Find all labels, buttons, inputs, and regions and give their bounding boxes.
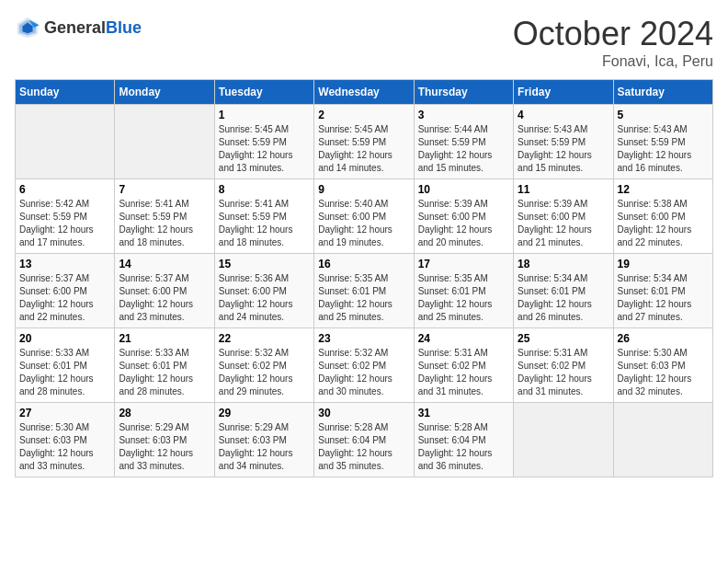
table-row: 29Sunrise: 5:29 AMSunset: 6:03 PMDayligh… <box>214 403 313 477</box>
day-info: Sunrise: 5:31 AMSunset: 6:02 PMDaylight:… <box>418 347 509 398</box>
day-info: Sunrise: 5:43 AMSunset: 5:59 PMDaylight:… <box>618 123 709 175</box>
day-info: Sunrise: 5:28 AMSunset: 6:04 PMDaylight:… <box>318 421 409 473</box>
day-number: 5 <box>618 109 709 121</box>
month-title: October 2024 <box>513 15 713 53</box>
table-row: 2Sunrise: 5:45 AMSunset: 5:59 PMDaylight… <box>314 105 414 179</box>
day-info: Sunrise: 5:35 AMSunset: 6:01 PMDaylight:… <box>318 272 409 324</box>
table-row <box>16 105 115 179</box>
table-row: 18Sunrise: 5:34 AMSunset: 6:01 PMDayligh… <box>514 254 613 328</box>
calendar-header-row: Sunday Monday Tuesday Wednesday Thursday… <box>16 80 713 105</box>
table-row: 25Sunrise: 5:31 AMSunset: 6:02 PMDayligh… <box>514 328 613 403</box>
day-info: Sunrise: 5:28 AMSunset: 6:04 PMDaylight:… <box>418 421 509 473</box>
day-info: Sunrise: 5:36 AMSunset: 6:00 PMDaylight:… <box>219 272 310 324</box>
day-number: 14 <box>119 258 210 270</box>
table-row: 12Sunrise: 5:38 AMSunset: 6:00 PMDayligh… <box>613 179 712 254</box>
calendar-week-row: 20Sunrise: 5:33 AMSunset: 6:01 PMDayligh… <box>16 328 713 403</box>
day-number: 16 <box>318 258 409 270</box>
day-info: Sunrise: 5:45 AMSunset: 5:59 PMDaylight:… <box>318 123 409 175</box>
day-number: 4 <box>518 109 609 121</box>
day-info: Sunrise: 5:38 AMSunset: 6:00 PMDaylight:… <box>618 198 709 249</box>
day-number: 23 <box>318 332 409 345</box>
location-subtitle: Fonavi, Ica, Peru <box>513 53 713 70</box>
table-row: 27Sunrise: 5:30 AMSunset: 6:03 PMDayligh… <box>16 403 115 477</box>
table-row: 31Sunrise: 5:28 AMSunset: 6:04 PMDayligh… <box>414 403 513 477</box>
table-row <box>115 105 214 179</box>
table-row: 9Sunrise: 5:40 AMSunset: 6:00 PMDaylight… <box>314 179 414 254</box>
header-friday: Friday <box>514 80 613 105</box>
day-info: Sunrise: 5:32 AMSunset: 6:02 PMDaylight:… <box>318 347 409 398</box>
table-row: 24Sunrise: 5:31 AMSunset: 6:02 PMDayligh… <box>414 328 513 403</box>
table-row: 10Sunrise: 5:39 AMSunset: 6:00 PMDayligh… <box>414 179 513 254</box>
calendar-week-row: 27Sunrise: 5:30 AMSunset: 6:03 PMDayligh… <box>16 403 713 477</box>
table-row: 26Sunrise: 5:30 AMSunset: 6:03 PMDayligh… <box>613 328 712 403</box>
day-info: Sunrise: 5:45 AMSunset: 5:59 PMDaylight:… <box>219 123 310 175</box>
header-saturday: Saturday <box>613 80 712 105</box>
day-number: 2 <box>318 109 409 121</box>
table-row: 28Sunrise: 5:29 AMSunset: 6:03 PMDayligh… <box>115 403 214 477</box>
day-info: Sunrise: 5:34 AMSunset: 6:01 PMDaylight:… <box>518 272 609 324</box>
logo-blue: Blue <box>106 18 142 38</box>
day-number: 18 <box>518 258 609 270</box>
table-row: 16Sunrise: 5:35 AMSunset: 6:01 PMDayligh… <box>314 254 414 328</box>
day-info: Sunrise: 5:34 AMSunset: 6:01 PMDaylight:… <box>618 272 709 324</box>
table-row: 8Sunrise: 5:41 AMSunset: 5:59 PMDaylight… <box>214 179 313 254</box>
day-info: Sunrise: 5:43 AMSunset: 5:59 PMDaylight:… <box>518 123 609 175</box>
table-row: 7Sunrise: 5:41 AMSunset: 5:59 PMDaylight… <box>115 179 214 254</box>
day-number: 13 <box>19 258 110 270</box>
day-number: 3 <box>418 109 509 121</box>
header-tuesday: Tuesday <box>214 80 313 105</box>
day-number: 20 <box>19 332 110 345</box>
page-header: General Blue October 2024 Fonavi, Ica, P… <box>15 15 713 70</box>
table-row: 13Sunrise: 5:37 AMSunset: 6:00 PMDayligh… <box>16 254 115 328</box>
day-info: Sunrise: 5:40 AMSunset: 6:00 PMDaylight:… <box>318 198 409 249</box>
day-info: Sunrise: 5:37 AMSunset: 6:00 PMDaylight:… <box>19 272 110 324</box>
calendar-week-row: 1Sunrise: 5:45 AMSunset: 5:59 PMDaylight… <box>16 105 713 179</box>
day-number: 25 <box>518 332 609 345</box>
table-row: 19Sunrise: 5:34 AMSunset: 6:01 PMDayligh… <box>613 254 712 328</box>
day-number: 31 <box>418 407 509 419</box>
logo-text: General Blue <box>44 18 142 38</box>
logo: General Blue <box>15 15 142 40</box>
day-number: 28 <box>119 407 210 419</box>
table-row: 17Sunrise: 5:35 AMSunset: 6:01 PMDayligh… <box>414 254 513 328</box>
day-number: 10 <box>418 183 509 196</box>
table-row: 21Sunrise: 5:33 AMSunset: 6:01 PMDayligh… <box>115 328 214 403</box>
day-info: Sunrise: 5:31 AMSunset: 6:02 PMDaylight:… <box>518 347 609 398</box>
table-row: 30Sunrise: 5:28 AMSunset: 6:04 PMDayligh… <box>314 403 414 477</box>
day-info: Sunrise: 5:37 AMSunset: 6:00 PMDaylight:… <box>119 272 210 324</box>
day-number: 30 <box>318 407 409 419</box>
day-number: 24 <box>418 332 509 345</box>
table-row: 3Sunrise: 5:44 AMSunset: 5:59 PMDaylight… <box>414 105 513 179</box>
day-info: Sunrise: 5:41 AMSunset: 5:59 PMDaylight:… <box>119 198 210 249</box>
day-number: 15 <box>219 258 310 270</box>
day-number: 12 <box>618 183 709 196</box>
table-row: 20Sunrise: 5:33 AMSunset: 6:01 PMDayligh… <box>16 328 115 403</box>
header-wednesday: Wednesday <box>314 80 414 105</box>
table-row: 23Sunrise: 5:32 AMSunset: 6:02 PMDayligh… <box>314 328 414 403</box>
day-number: 9 <box>318 183 409 196</box>
day-info: Sunrise: 5:39 AMSunset: 6:00 PMDaylight:… <box>418 198 509 249</box>
day-number: 1 <box>219 109 310 121</box>
table-row: 11Sunrise: 5:39 AMSunset: 6:00 PMDayligh… <box>514 179 613 254</box>
day-number: 8 <box>219 183 310 196</box>
table-row: 6Sunrise: 5:42 AMSunset: 5:59 PMDaylight… <box>16 179 115 254</box>
calendar-table: Sunday Monday Tuesday Wednesday Thursday… <box>15 79 713 477</box>
table-row <box>613 403 712 477</box>
day-number: 27 <box>19 407 110 419</box>
day-number: 19 <box>618 258 709 270</box>
header-thursday: Thursday <box>414 80 513 105</box>
day-info: Sunrise: 5:30 AMSunset: 6:03 PMDaylight:… <box>618 347 709 398</box>
header-sunday: Sunday <box>16 80 115 105</box>
day-number: 6 <box>19 183 110 196</box>
logo-icon <box>15 15 40 40</box>
day-info: Sunrise: 5:35 AMSunset: 6:01 PMDaylight:… <box>418 272 509 324</box>
table-row: 22Sunrise: 5:32 AMSunset: 6:02 PMDayligh… <box>214 328 313 403</box>
table-row: 14Sunrise: 5:37 AMSunset: 6:00 PMDayligh… <box>115 254 214 328</box>
logo-general: General <box>44 18 106 38</box>
calendar-week-row: 13Sunrise: 5:37 AMSunset: 6:00 PMDayligh… <box>16 254 713 328</box>
day-info: Sunrise: 5:42 AMSunset: 5:59 PMDaylight:… <box>19 198 110 249</box>
table-row <box>514 403 613 477</box>
calendar-week-row: 6Sunrise: 5:42 AMSunset: 5:59 PMDaylight… <box>16 179 713 254</box>
day-number: 7 <box>119 183 210 196</box>
day-info: Sunrise: 5:29 AMSunset: 6:03 PMDaylight:… <box>119 421 210 473</box>
